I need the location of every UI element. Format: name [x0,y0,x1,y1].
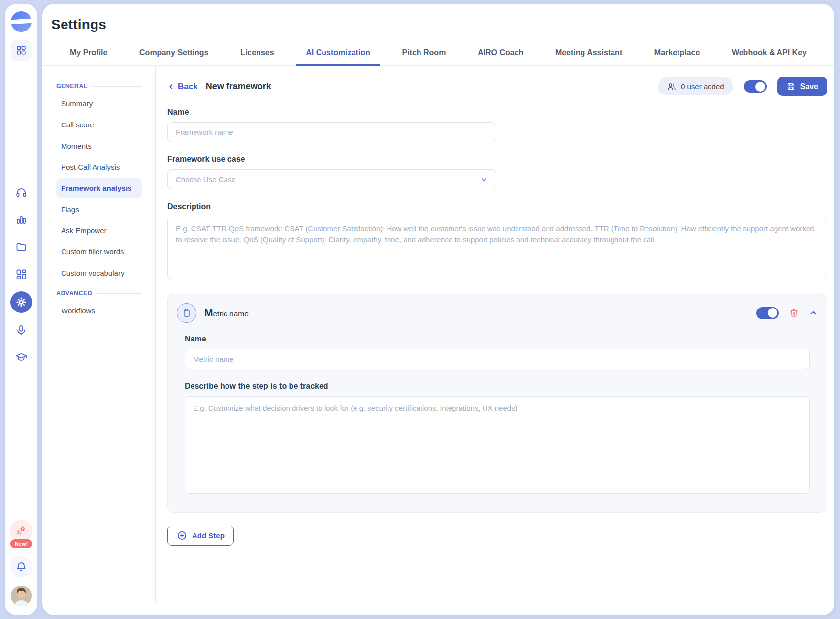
name-label: Name [167,108,827,117]
general-section-label: GENERAL [56,83,88,90]
page-title: Settings [51,17,834,32]
app-rail: New! [5,4,37,615]
tab-my-profile[interactable]: My Profile [60,43,117,66]
sidebar-item-moments[interactable]: Moments [56,136,142,156]
plus-circle-icon [177,530,187,541]
tab-webhook-api-key[interactable]: Webhook & API Key [722,43,816,66]
trash-icon [789,308,799,318]
chevron-left-icon [167,83,175,91]
section-divider [97,293,142,294]
sidebar-item-framework-analysis[interactable]: Framework analysis [56,178,142,198]
section-divider [93,86,142,87]
metric-track-textarea[interactable] [185,396,810,494]
tab-meeting-assistant[interactable]: Meeting Assistant [546,43,632,66]
save-icon [786,82,796,91]
grid-icon [16,45,27,56]
framework-enabled-toggle[interactable] [744,80,767,93]
apps-grid-button[interactable] [11,40,32,61]
settings-panel: Settings My Profile Company Settings Lic… [42,4,834,615]
sidebar-item-post-call-analysis[interactable]: Post Call Analysis [56,157,142,177]
metric-enabled-toggle[interactable] [756,307,779,319]
headphones-icon[interactable] [15,187,27,199]
tab-pitch-room[interactable]: Pitch Room [392,43,455,66]
save-button[interactable]: Save [777,77,827,96]
sidebar-item-workflows[interactable]: Workflows [56,301,142,321]
sidebar-item-summary[interactable]: Summary [56,93,142,114]
microphone-icon[interactable] [15,324,27,336]
metric-step-card: Metric name [167,293,827,513]
sidebar-item-flags[interactable]: Flags [56,199,142,219]
tab-airo-coach[interactable]: AIRO Coach [468,43,533,66]
description-label: Description [167,202,827,211]
use-case-select[interactable]: Choose Use Case [167,169,496,189]
chevron-up-icon [809,309,818,317]
tab-company-settings[interactable]: Company Settings [129,43,218,66]
users-added-label: 0 user added [681,82,724,91]
sidebar-item-ask-empower[interactable]: Ask Empower [56,220,142,241]
user-avatar[interactable] [11,586,32,606]
settings-active-button[interactable] [10,291,32,313]
clipboard-icon [182,308,192,318]
description-textarea[interactable] [167,217,827,279]
sidebar-section-advanced: ADVANCED [56,290,142,297]
whats-new-button[interactable]: New! [10,520,32,548]
new-badge: New! [10,539,32,548]
advanced-section-label: ADVANCED [56,290,92,297]
sidebar-item-custom-vocabulary[interactable]: Custom vocabulary [56,263,142,283]
collapse-step-button[interactable] [809,309,818,317]
framework-name-input[interactable] [167,122,496,142]
app-logo[interactable] [11,11,32,32]
gear-icon [15,296,27,308]
metric-badge [177,303,196,323]
metric-name-input[interactable] [185,349,810,369]
sidebar-section-general: GENERAL [56,83,142,90]
back-button[interactable]: Back [167,82,198,92]
add-step-button[interactable]: Add Step [167,526,234,546]
settings-sidebar: GENERAL Summary Call score Moments Post … [51,66,156,602]
metric-name-label: Name [185,335,810,343]
metric-track-label: Describe how the step is to be tracked [185,382,810,391]
tab-ai-customization[interactable]: AI Customization [296,43,380,66]
sidebar-item-custom-filler-words[interactable]: Custom filler words [56,242,142,262]
delete-step-button[interactable] [789,308,799,318]
metric-step-title: Metric name [204,307,249,319]
use-case-label: Framework use case [167,155,827,164]
sidebar-item-call-score[interactable]: Call score [56,115,142,135]
tab-marketplace[interactable]: Marketplace [645,43,710,66]
chevron-down-icon [480,176,488,184]
dashboard-icon[interactable] [15,268,27,280]
tab-licenses[interactable]: Licenses [230,43,284,66]
analytics-icon[interactable] [15,214,27,226]
notifications-button[interactable] [10,556,32,578]
folder-icon[interactable] [15,241,27,253]
framework-title: New framework [206,81,271,92]
graduation-cap-icon[interactable] [15,351,27,363]
settings-tabbar: My Profile Company Settings Licenses AI … [42,43,834,66]
bell-icon [15,561,27,573]
framework-editor: Back New framework 0 user a [156,66,834,602]
users-added-badge[interactable]: 0 user added [658,77,733,95]
shooting-star-icon [15,525,27,537]
users-icon [667,82,677,92]
